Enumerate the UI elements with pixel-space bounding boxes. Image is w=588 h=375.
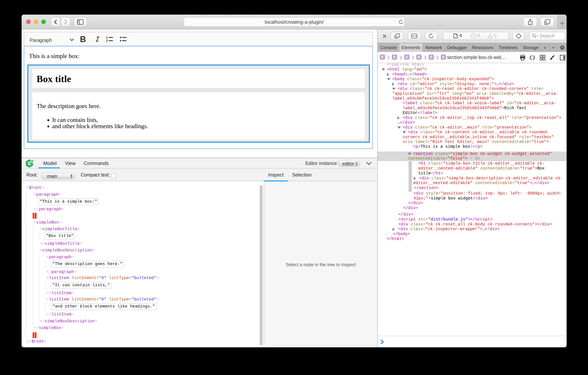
svg-text:5: 5 [32, 160, 33, 163]
svg-text:!: ! [490, 35, 490, 38]
svg-text:2: 2 [106, 39, 108, 42]
svg-text:1: 1 [106, 36, 108, 39]
svg-text:!: ! [473, 34, 474, 38]
